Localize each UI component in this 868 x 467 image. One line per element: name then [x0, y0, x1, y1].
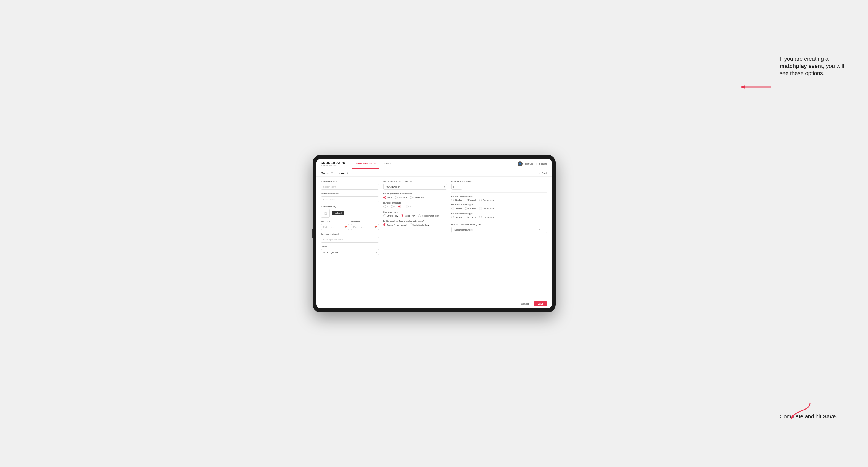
date-row: Start date 📅 End date 📅 [321, 220, 379, 233]
round2-foursomes[interactable]: Foursomes [479, 207, 494, 210]
round2-fourball-radio[interactable] [465, 207, 468, 210]
round1-singles[interactable]: Singles [451, 198, 462, 201]
gender-combined[interactable]: Combined [410, 196, 423, 199]
round-2[interactable]: 2 [391, 205, 396, 208]
form-middle-column: Which division is the event for? NCAA Di… [383, 180, 447, 295]
scoring-match[interactable]: Match Play [401, 214, 415, 217]
round3-singles-radio[interactable] [451, 216, 454, 218]
gender-mens[interactable]: Mens [383, 196, 393, 199]
round2-singles[interactable]: Singles [451, 207, 462, 210]
api-group: Use third-party live scoring API? Leader… [451, 223, 547, 233]
gender-mens-radio[interactable] [383, 196, 386, 199]
round-3-radio[interactable] [398, 205, 401, 208]
division-select[interactable]: NCAA Division I [383, 184, 447, 190]
tournament-logo-group: Tournament logo 🖼 Upload [321, 205, 379, 218]
division-select-wrapper: NCAA Division I [383, 184, 447, 190]
round2-singles-radio[interactable] [451, 207, 454, 210]
round2-foursomes-radio[interactable] [479, 207, 482, 210]
sponsor-group: Sponsor (optional) [321, 233, 379, 243]
round1-foursomes-radio[interactable] [479, 198, 482, 201]
gender-womens[interactable]: Womens [395, 196, 407, 199]
round1-foursomes-label: Foursomes [483, 199, 494, 201]
page-header: Create Tournament ← Back [316, 169, 552, 177]
scoring-stroke-radio[interactable] [383, 214, 386, 217]
teams-individuals[interactable]: Individuals Only [410, 223, 429, 226]
arrow-bottom [791, 402, 813, 419]
round3-fourball-label: Fourball [468, 216, 476, 218]
navbar-right: 👤 Test User | Sign out [518, 161, 547, 166]
start-date-group: Start date 📅 [321, 220, 349, 230]
form-footer: Cancel Save [316, 299, 552, 309]
api-tag-close-icon[interactable]: × [471, 229, 472, 231]
tablet-screen: SCOREBOARD Powered by clippt TOURNAMENTS… [316, 159, 552, 309]
upload-button[interactable]: Upload [332, 211, 344, 215]
start-date-label: Start date [321, 220, 349, 223]
scoring-medal-radio[interactable] [418, 214, 421, 217]
navbar: SCOREBOARD Powered by clippt TOURNAMENTS… [316, 159, 552, 169]
logo-upload-area: 🖼 Upload [321, 209, 379, 218]
round-4-label: 4 [409, 206, 411, 208]
signout-link[interactable]: Sign out [539, 163, 547, 165]
round1-fourball-radio[interactable] [465, 198, 468, 201]
round-1[interactable]: 1 [383, 205, 388, 208]
end-date-group: End date 📅 [351, 220, 379, 230]
api-select-box[interactable]: Leaderboard King × ▾ [451, 227, 547, 233]
form-area: Tournament Host Tournament name Tourname… [316, 177, 552, 299]
tab-tournaments[interactable]: TOURNAMENTS [352, 159, 379, 169]
round3-radio-group: Singles Fourball Foursomes [451, 216, 547, 218]
scoring-match-radio[interactable] [401, 214, 403, 217]
api-tag: Leaderboard King × [454, 229, 473, 231]
tab-teams[interactable]: TEAMS [379, 159, 395, 169]
cancel-button[interactable]: Cancel [518, 301, 531, 306]
save-button[interactable]: Save [533, 301, 547, 306]
tournament-host-label: Tournament Host [321, 180, 379, 183]
brand-logo: SCOREBOARD Powered by clippt [321, 161, 345, 166]
tournament-host-input[interactable] [321, 184, 379, 190]
scoring-stroke-label: Stroke Play [387, 215, 398, 217]
round1-fourball-label: Fourball [468, 199, 476, 201]
scoring-medal[interactable]: Medal Match Play [418, 214, 439, 217]
divider-2 [451, 221, 547, 221]
round-2-radio[interactable] [391, 205, 394, 208]
max-team-size-group: Maximum Team Size [451, 180, 547, 190]
round1-foursomes[interactable]: Foursomes [479, 198, 494, 201]
teams-teams[interactable]: Teams (+Individuals) [383, 223, 407, 226]
round-3[interactable]: 3 [398, 205, 403, 208]
tournament-name-label: Tournament name [321, 192, 379, 195]
round2-fourball[interactable]: Fourball [465, 207, 476, 210]
teams-teams-radio[interactable] [383, 223, 386, 226]
gender-womens-radio[interactable] [395, 196, 398, 199]
round-4[interactable]: 4 [406, 205, 411, 208]
brand-title: SCOREBOARD [321, 161, 345, 165]
round1-singles-radio[interactable] [451, 198, 454, 201]
nav-tabs: TOURNAMENTS TEAMS [352, 159, 395, 169]
round-4-radio[interactable] [406, 205, 409, 208]
tournament-name-input[interactable] [321, 196, 379, 203]
tablet-container: SCOREBOARD Powered by clippt TOURNAMENTS… [313, 155, 556, 312]
teams-individuals-radio[interactable] [410, 223, 412, 226]
venue-select[interactable]: Search golf club [321, 249, 379, 255]
end-date-calendar-icon: 📅 [374, 226, 377, 228]
sponsor-input[interactable] [321, 237, 379, 243]
round2-section: Round 2 - Match Type Singles Fourball [451, 204, 547, 210]
round2-radio-group: Singles Fourball Foursomes [451, 207, 547, 210]
gender-label: Which gender is the event for? [383, 192, 447, 195]
gender-combined-radio[interactable] [410, 196, 412, 199]
round3-foursomes-radio[interactable] [479, 216, 482, 218]
round3-fourball[interactable]: Fourball [465, 216, 476, 218]
round-2-label: 2 [394, 206, 396, 208]
round1-fourball[interactable]: Fourball [465, 198, 476, 201]
round3-fourball-radio[interactable] [465, 216, 468, 218]
round1-title: Round 1 - Match Type [451, 195, 547, 197]
round-1-radio[interactable] [383, 205, 386, 208]
gender-group: Which gender is the event for? Mens Wome… [383, 192, 447, 199]
round3-singles[interactable]: Singles [451, 216, 462, 218]
scoring-stroke[interactable]: Stroke Play [383, 214, 398, 217]
round3-singles-label: Singles [455, 216, 462, 218]
round3-foursomes[interactable]: Foursomes [479, 216, 494, 218]
gender-combined-label: Combined [413, 196, 423, 199]
annotation-right-text1: If you are creating a matchplay event, y… [780, 56, 844, 76]
round1-radio-group: Singles Fourball Foursomes [451, 198, 547, 201]
back-button[interactable]: ← Back [538, 172, 547, 175]
max-team-size-input[interactable] [451, 184, 462, 190]
